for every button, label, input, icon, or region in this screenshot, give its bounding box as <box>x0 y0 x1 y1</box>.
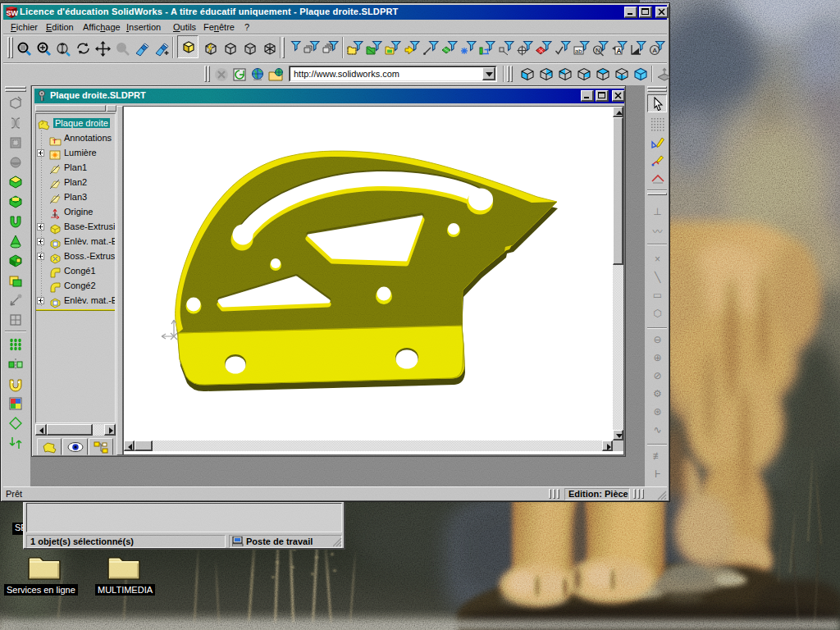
svg-text:A: A <box>617 47 622 55</box>
svg-text:SW: SW <box>7 9 18 17</box>
svg-text:T: T <box>52 138 57 145</box>
svg-text:A: A <box>653 47 658 54</box>
svg-text:N: N <box>596 47 600 54</box>
svg-text:ab: ab <box>575 48 582 55</box>
